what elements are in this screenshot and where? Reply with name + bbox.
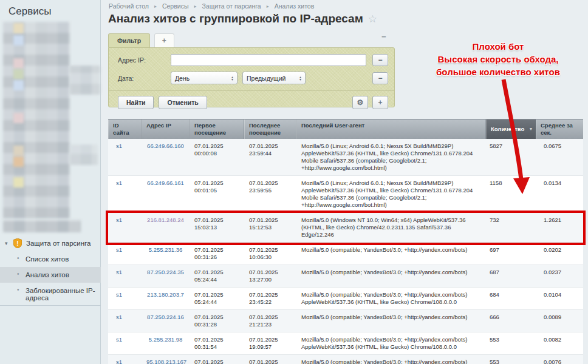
ip-address-input[interactable] <box>171 54 366 66</box>
avg-per-sec-cell: 0.0082 <box>536 332 583 354</box>
ip-address-link[interactable]: 216.81.248.24 <box>142 213 190 242</box>
breadcrumb-separator-icon: ▸ <box>267 4 269 9</box>
user-agent-cell: Mozilla/5.0 (compatible; YandexBot/3.0; … <box>296 332 486 354</box>
chevron-down-icon[interactable]: ▾ <box>5 240 10 246</box>
filter-settings-gear-button[interactable]: ⚙ <box>352 96 368 109</box>
page-title: Анализ хитов с группировкой по IP-адреса… <box>108 12 377 25</box>
site-id-link[interactable]: s1 <box>108 265 142 287</box>
first-visit-cell: 07.01.2025 00:31:28 <box>190 310 244 332</box>
spinner-arrows-icon: ▴▾ <box>231 76 233 81</box>
ip-address-link[interactable]: 87.250.224.16 <box>142 310 190 332</box>
add-condition-button[interactable]: + <box>372 96 388 109</box>
site-id-link[interactable]: s1 <box>108 139 142 175</box>
column-header-avg-per-sec[interactable]: Среднее за сек. <box>536 120 583 139</box>
user-agent-cell: Mozilla/5.0 (compatible; YandexBot/3.0; … <box>296 265 486 287</box>
column-header-ip[interactable]: Адрес IP <box>142 120 190 139</box>
annotation-line: Высокая скорость обхода, <box>404 53 588 66</box>
hits-count-cell: 684 <box>486 288 536 309</box>
last-visit-cell: 07.01.2025 23:59:55 <box>244 176 296 212</box>
add-filter-tab-button[interactable]: + <box>154 33 174 47</box>
hits-count-cell: 553 <box>486 355 536 364</box>
table-row: s1 213.180.203.7 07.01.2025 05:24:44 07.… <box>108 288 583 310</box>
last-visit-cell: 07.01.2025 21:21:23 <box>244 310 296 332</box>
table-row: s1 87.250.224.35 07.01.2025 05:24:44 07.… <box>108 265 583 288</box>
breadcrumb-separator-icon: ▸ <box>154 4 157 9</box>
hits-count-cell: 1158 <box>486 176 536 212</box>
first-visit-cell: 07.01.2025 00:31:28 <box>190 355 244 364</box>
sidebar-divider <box>0 305 101 306</box>
column-header-last-visit[interactable]: Последнее посещение <box>244 120 296 139</box>
site-id-link[interactable]: s1 <box>108 176 142 212</box>
site-id-link[interactable]: s1 <box>108 332 142 354</box>
hits-count-cell: 697 <box>486 243 536 265</box>
hits-table: ID сайта Адрес IP Первое посещение После… <box>108 119 583 364</box>
breadcrumb-link[interactable]: Защита от парсинга <box>202 2 261 10</box>
hits-count-cell: 5827 <box>486 139 536 175</box>
ip-address-link[interactable]: 5.255.231.36 <box>142 243 190 265</box>
avg-per-sec-cell: 1.2621 <box>536 213 583 242</box>
table-row: s1 5.255.231.36 07.01.2025 00:31:26 07.0… <box>108 243 583 265</box>
site-id-link[interactable]: s1 <box>108 243 142 265</box>
site-id-link[interactable]: s1 <box>108 310 142 332</box>
site-id-link[interactable]: s1 <box>108 355 142 364</box>
user-agent-cell: Mozilla/5.0 (Windows NT 10.0; Win64; x64… <box>296 213 486 242</box>
remove-date-condition-button[interactable]: − <box>372 72 388 84</box>
remove-ip-condition-button[interactable]: − <box>372 54 388 66</box>
column-header-count-sorted[interactable]: Количество ▼ <box>486 120 536 139</box>
first-visit-cell: 07.01.2025 00:01:05 <box>190 176 244 212</box>
tab-filter[interactable]: Фильтр <box>108 33 150 47</box>
user-agent-cell: Mozilla/5.0 (Linux; Android 6.0.1; Nexus… <box>296 139 486 175</box>
sidebar-item-blocked-ips[interactable]: • Заблокированные IP-адреса <box>0 283 101 306</box>
sidebar-item-label: Защита от парсинга <box>26 240 91 247</box>
hits-count-cell: 553 <box>486 332 536 354</box>
table-header: ID сайта Адрес IP Первое посещение После… <box>108 119 583 139</box>
sidebar-item-label: Анализ хитов <box>26 271 69 278</box>
avg-per-sec-cell: 0.0089 <box>536 310 583 332</box>
breadcrumb: Рабочий стол ▸ Сервисы ▸ Защита от парси… <box>109 2 314 10</box>
sidebar-item-parsing-protection[interactable]: ▾ ! Защита от парсинга <box>0 235 101 251</box>
filter-panel: Адрес IP: − Дата: День ▴▾ Предыдущий ▴▾ … <box>108 47 395 107</box>
bad-bot-annotation: Плохой бот Высокая скорость обхода, боль… <box>404 40 588 78</box>
cancel-button[interactable]: Отменить <box>159 96 207 109</box>
user-agent-cell: Mozilla/5.0 (Linux; Android 6.0.1; Nexus… <box>296 176 486 212</box>
sidebar-item-hit-analysis[interactable]: • Анализ хитов <box>0 267 101 283</box>
hits-count-cell: 732 <box>486 213 536 242</box>
date-period-value: День <box>175 75 190 82</box>
avg-per-sec-cell: 0.0104 <box>536 288 583 309</box>
favorite-star-icon[interactable]: ☆ <box>368 13 377 25</box>
svg-text:!: ! <box>16 240 18 247</box>
date-value-text: Предыдущий <box>247 75 285 82</box>
ip-address-link[interactable]: 213.180.203.7 <box>142 288 190 309</box>
ip-address-link[interactable]: 95.108.213.167 <box>142 355 190 364</box>
annotation-line: Плохой бот <box>404 40 588 53</box>
first-visit-cell: 07.01.2025 15:03:13 <box>190 213 244 242</box>
breadcrumb-link[interactable]: Анализ хитов <box>275 2 315 10</box>
find-button[interactable]: Найти <box>118 96 154 109</box>
breadcrumb-link[interactable]: Рабочий стол <box>109 2 149 10</box>
bullet-icon: • <box>17 255 19 261</box>
sidebar-item-label: Заблокированные IP-адреса <box>26 287 97 302</box>
breadcrumb-link[interactable]: Сервисы <box>162 2 189 10</box>
sidebar-item-hit-list[interactable]: • Список хитов <box>0 251 101 267</box>
filter-collapse-button[interactable]: − <box>381 32 386 41</box>
date-period-select[interactable]: День ▴▾ <box>171 72 238 84</box>
sidebar-title: Сервисы <box>0 0 100 23</box>
last-visit-cell: 07.01.2025 23:59:44 <box>244 139 296 175</box>
bullet-icon: • <box>17 286 19 293</box>
ip-address-link[interactable]: 5.255.231.98 <box>142 332 190 354</box>
site-id-link[interactable]: s1 <box>108 213 142 242</box>
site-id-link[interactable]: s1 <box>108 288 142 309</box>
column-header-site-id[interactable]: ID сайта <box>108 120 142 139</box>
date-value-select[interactable]: Предыдущий ▴▾ <box>242 72 306 84</box>
avg-per-sec-cell: 0.0202 <box>536 243 583 265</box>
avg-per-sec-cell: 0.0675 <box>536 139 583 175</box>
ip-address-link[interactable]: 66.249.66.161 <box>142 176 190 212</box>
column-header-first-visit[interactable]: Первое посещение <box>190 120 244 139</box>
ip-address-link[interactable]: 66.249.66.160 <box>142 139 190 175</box>
table-row: s1 5.255.231.98 07.01.2025 00:31:54 07.0… <box>108 332 583 355</box>
ip-field-label: Адрес IP: <box>118 56 171 64</box>
last-visit-cell: 07.01.2025 13:27:00 <box>244 265 296 287</box>
page-title-text: Анализ хитов с группировкой по IP-адреса… <box>108 12 363 25</box>
ip-address-link[interactable]: 87.250.224.35 <box>142 265 190 287</box>
column-header-user-agent[interactable]: Последний User-агент <box>296 120 486 139</box>
